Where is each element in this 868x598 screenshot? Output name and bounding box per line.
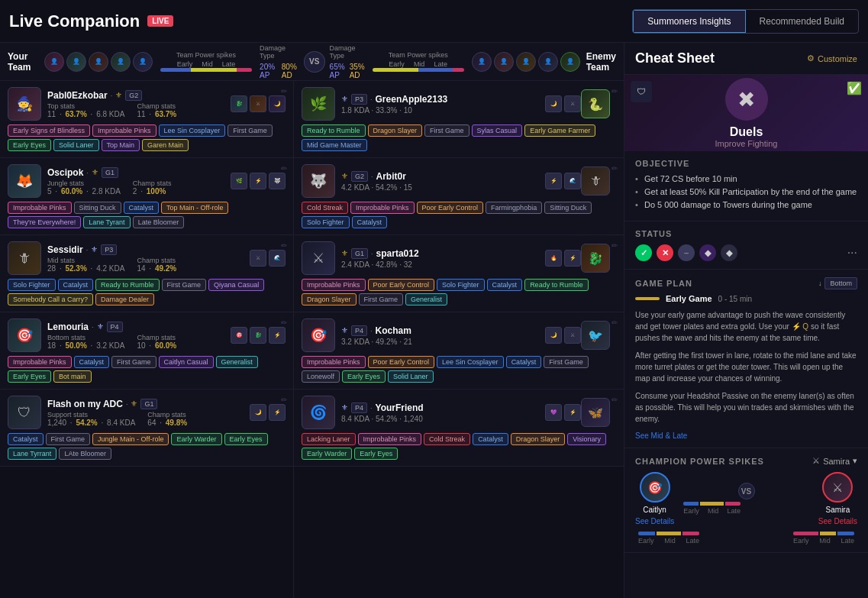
header: Live Companion LIVE Summoners Insights R…	[0, 0, 868, 43]
late-label: Late	[222, 60, 236, 68]
kocham-champ-avatar: 🐦	[581, 321, 610, 350]
pabl0-name: Pabl0Ezkobar	[47, 90, 108, 101]
tab-summoners-insights[interactable]: Summoners Insights	[633, 10, 745, 33]
status-section: Status ✓ ✕ – ◆ ◆ ···	[624, 221, 868, 270]
arbit0r-avatar: 🐺	[302, 164, 335, 198]
spike-timelines: Early Mid Late Early Mid Late	[635, 532, 857, 545]
pabl0-s3: 6.8 KDA	[96, 110, 124, 118]
customize-button[interactable]: ⚙ Customize	[807, 53, 857, 63]
player-card-flash-adc: 🛡 Flash on my ADC · ⚜ G1 Supp	[0, 390, 293, 467]
yourfriend-edit[interactable]: ✏	[611, 396, 618, 404]
samira-selector[interactable]: ⚔ Samira ▾	[812, 456, 857, 466]
lemouria-edit[interactable]: ✏	[281, 318, 287, 327]
objective-list: Get 72 CS before 10 min Get at least 50%…	[635, 174, 857, 209]
kocham-edit[interactable]: ✏	[611, 318, 618, 327]
oscipok-edit[interactable]: ✏	[281, 164, 287, 173]
flash-adc-edit[interactable]: ✏	[281, 396, 287, 404]
right-spike-bar	[373, 68, 464, 72]
status-more-icon[interactable]: ···	[847, 246, 857, 260]
enemy-card-kocham: 🎯 ⚜ P4 · Kocham 3.2 KDA · 49.2% · 21	[294, 312, 624, 390]
oscipok-rank: G1	[102, 167, 118, 178]
status-purple2: ◆	[721, 244, 737, 261]
teams-panel: Your Team 👤 👤 👤 👤 👤 Team Power spikes Ea…	[0, 43, 624, 598]
pabl0-cs1: 11	[137, 110, 145, 118]
game-plan-section: GAME PLAN ↓ Bottom Early Game 0 - 15 min…	[624, 270, 868, 448]
flash-adc-tags: Catalyst First Game Jungle Main - Off-ro…	[8, 433, 286, 460]
enemy-see-details[interactable]: See Details	[818, 517, 857, 525]
tab-recommended-build[interactable]: Recommended Build	[746, 10, 858, 33]
pabl0-cs2: 63.7%	[155, 110, 176, 118]
game-plan-title: GAME PLAN	[635, 279, 818, 288]
objective-item-2: Get at least 50% Kill Participation by t…	[635, 187, 857, 196]
pabl0-champ-label: Champ stats	[137, 102, 176, 110]
samira-label: Samira	[823, 457, 850, 466]
power-spikes-title: CHAMPION POWER SPIKES	[635, 457, 812, 466]
arbit0r-tags: Cold Streak Improbable Pinks Poor Early …	[302, 202, 616, 228]
yourfriend-rank: P4	[351, 402, 367, 413]
early-bar	[635, 297, 660, 300]
enemy-avatar-5: 👤	[560, 52, 580, 72]
sessidir-champ-icons: ⚔ 🌊	[250, 250, 286, 267]
enemy-team-label: Enemy Team	[586, 51, 616, 73]
right-ap: 65% AP	[330, 63, 345, 79]
team-power-spikes-label-left: Team Power spikes	[176, 51, 236, 59]
ally-see-details[interactable]: See Details	[635, 517, 674, 525]
arbit0r-champ-avatar: 🗡	[581, 166, 610, 196]
your-team-avatars: 👤 👤 👤 👤 👤	[44, 52, 153, 72]
pabl0-champ-icons: 🐉 ⚔ 🌙	[231, 95, 286, 112]
pabl0-top-stats-label: Top stats	[47, 102, 124, 110]
early-label-r: Early	[389, 60, 405, 68]
gear-icon: ⚙	[807, 53, 815, 63]
lemouria-name: Lemouria	[47, 322, 89, 332]
cheat-hero-image: 🛡 ✖ Duels Improve Fighting ✅	[624, 75, 868, 151]
mid-label: Mid	[202, 60, 213, 68]
player-card-sessidir: 🗡 Sessidir · ⚜ P3 Mid stats	[0, 235, 293, 312]
sparta-champ-icons: 🔥 ⚡	[545, 250, 581, 267]
greenapple-edit[interactable]: ✏	[611, 87, 618, 95]
status-check: ✓	[635, 244, 652, 261]
matchup-vs: VS	[738, 483, 755, 499]
greenapple-rank: P3	[351, 94, 367, 105]
yourfriend-avatar: 🌀	[302, 396, 335, 429]
yourfriend-champ-icons: 💜 ⚡	[545, 404, 581, 421]
enemy-card-yourfriend: 🌀 ⚜ P4 · YourFriend 8.4 KDA · 54.2% · 1,…	[294, 390, 624, 467]
sessidir-rank: P3	[101, 244, 117, 255]
flash-adc-champ-icons: 🌙 ⚡	[250, 404, 286, 421]
cheat-panel: Cheat Sheet ⚙ Customize 🛡 ✖ Duels Improv…	[624, 43, 868, 598]
mid-label-r: Mid	[414, 60, 425, 68]
cheat-title: Cheat Sheet	[635, 50, 807, 66]
see-mid-late-link[interactable]: See Mid & Late	[635, 432, 687, 440]
enemy-avatar-3: 👤	[516, 52, 536, 72]
team-power-spikes-label-right: Team Power spikes	[389, 51, 448, 59]
sparta-edit[interactable]: ✏	[611, 241, 618, 250]
kocham-tags: Improbable Pinks Poor Early Control Lee …	[302, 356, 616, 383]
sessidir-name: Sessidir	[47, 244, 83, 255]
cheat-header: Cheat Sheet ⚙ Customize	[624, 43, 868, 75]
damage-type-label-left: Damage Type	[260, 44, 299, 60]
pabl0-edit[interactable]: ✏	[281, 87, 287, 95]
avatar-5: 👤	[133, 52, 153, 72]
game-plan-header: GAME PLAN ↓ Bottom	[635, 277, 857, 289]
status-dash: –	[678, 244, 695, 261]
avatar-4: 👤	[111, 52, 131, 72]
enemy-avatar-1: 👤	[472, 52, 492, 72]
oscipok-tags: Improbable Pinks Sitting Duck Catalyst T…	[8, 202, 286, 228]
player-card-oscipok: 🦊 Oscipok · ⚜ G1 Jungle stats	[0, 158, 293, 235]
sparta-tags: Improbable Pinks Poor Early Control Solo…	[302, 279, 616, 305]
bottom-icon: ↓	[818, 280, 822, 287]
sessidir-edit[interactable]: ✏	[281, 241, 287, 250]
player-card-pabl0: 🧙 Pabl0Ezkobar · ⚜ G2 Top sta	[0, 81, 293, 158]
early-time: 0 - 15 min	[718, 295, 752, 303]
ally-spike-bar	[683, 502, 741, 506]
yourfriend-name: YourFriend	[376, 402, 424, 413]
right-ad: 35% AD	[350, 63, 365, 79]
objective-section: Objective Get 72 CS before 10 min Get at…	[624, 151, 868, 221]
yourfriend-tags: Lacking Laner Improbable Pinks Cold Stre…	[302, 433, 616, 460]
greenapple-champ-icons: 🌙 ⚔	[545, 95, 581, 112]
columns-row: 🧙 Pabl0Ezkobar · ⚜ G2 Top sta	[0, 81, 624, 598]
game-plan-text-2: After getting the first tower in lane, r…	[635, 350, 857, 384]
game-plan-text-3: Consume your Headshot Passive on the ene…	[635, 390, 857, 425]
arbit0r-edit[interactable]: ✏	[611, 164, 618, 173]
sessidir-avatar: 🗡	[8, 241, 41, 275]
oscipok-champ-icons: 🌿 ⚡ 🐺	[231, 173, 286, 189]
